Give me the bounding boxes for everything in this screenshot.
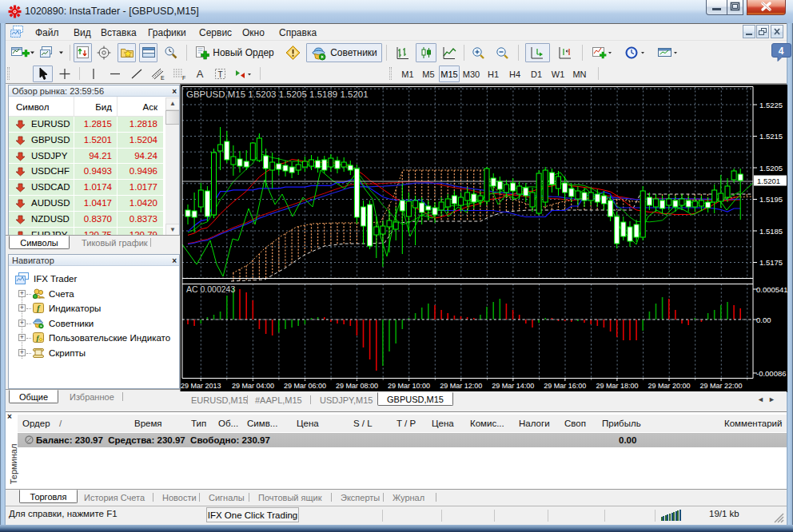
- svg-text:29 Mar 22:00: 29 Mar 22:00: [700, 382, 743, 390]
- svg-text:29 Mar 10:00: 29 Mar 10:00: [388, 382, 430, 390]
- svg-text:1.5175: 1.5175: [759, 258, 783, 267]
- svg-text:29 Mar 14:00: 29 Mar 14:00: [492, 382, 534, 390]
- svg-text:1.5185: 1.5185: [759, 227, 783, 236]
- svg-text:4: 4: [779, 46, 784, 57]
- svg-text:29 Mar 08:00: 29 Mar 08:00: [336, 382, 378, 390]
- svg-text:F: F: [182, 75, 185, 81]
- svg-text:29 Mar 20:00: 29 Mar 20:00: [648, 382, 690, 390]
- svg-text:29 Mar 12:00: 29 Mar 12:00: [440, 382, 482, 390]
- svg-text:0.00: 0.00: [756, 316, 771, 324]
- svg-text:29 Mar 18:00: 29 Mar 18:00: [596, 382, 638, 390]
- svg-text:1.5195: 1.5195: [759, 195, 783, 204]
- svg-text:29 Mar 2013: 29 Mar 2013: [181, 382, 221, 390]
- svg-text:29 Mar 16:00: 29 Mar 16:00: [544, 382, 586, 390]
- svg-text:29 Mar 06:00: 29 Mar 06:00: [284, 382, 326, 390]
- svg-text:AC 0.000243: AC 0.000243: [186, 284, 235, 294]
- svg-text:1.5205: 1.5205: [759, 164, 783, 173]
- svg-text:1.5201: 1.5201: [757, 177, 780, 185]
- svg-text:T: T: [217, 70, 222, 79]
- svg-text:1.5225: 1.5225: [759, 101, 783, 109]
- svg-text:-0.00086: -0.00086: [756, 369, 787, 378]
- svg-text:0.000541: 0.000541: [756, 285, 787, 294]
- svg-text:29 Mar 04:00: 29 Mar 04:00: [232, 382, 274, 390]
- svg-text:1.5215: 1.5215: [759, 132, 783, 141]
- svg-text:A: A: [197, 68, 204, 80]
- svg-text:E: E: [161, 75, 165, 81]
- svg-text:GBPUSD,M15 1.5203 1.5205 1.51: GBPUSD,M15 1.5203 1.5205 1.5189 1.5201: [186, 89, 369, 99]
